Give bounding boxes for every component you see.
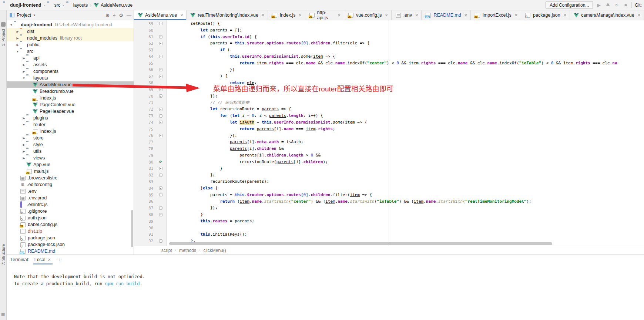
stripe-structure-button[interactable]: 7: Structure: [1, 244, 6, 265]
recursive-call-icon[interactable]: ⟳: [155, 160, 167, 164]
tree-item-asidemenu-vue[interactable]: AsideMenu.vue: [7, 81, 134, 88]
editor-breadcrumb-item[interactable]: methods: [179, 248, 196, 253]
breadcrumb-item[interactable]: src: [47, 3, 60, 8]
close-icon[interactable]: ✕: [299, 13, 302, 18]
tree-item-components[interactable]: ▶components: [7, 68, 134, 75]
fold-marker-icon[interactable]: [155, 121, 167, 124]
fold-marker-icon[interactable]: [155, 167, 167, 170]
terminal-tab-local[interactable]: Local ✕: [33, 255, 53, 265]
tree-item-src[interactable]: ▼src: [7, 48, 134, 55]
project-stripe-icon[interactable]: [1, 22, 6, 27]
tree-item-store[interactable]: ▶store: [7, 135, 134, 141]
tree-item-pagecontent-vue[interactable]: PageContent.vue: [7, 101, 134, 108]
editor-breadcrumb-item[interactable]: clickMenu(): [203, 248, 226, 253]
git-label[interactable]: Git:: [635, 3, 642, 8]
editor-tab-readme-md[interactable]: MDREADME.md✕: [422, 10, 471, 20]
tree-item-node-modules[interactable]: ▶node_moduleslibrary root: [7, 35, 134, 41]
fold-marker-icon[interactable]: [155, 134, 167, 137]
tree-item-utils[interactable]: ▶utils: [7, 148, 134, 155]
fold-marker-icon[interactable]: [155, 206, 167, 210]
fold-marker-icon[interactable]: [155, 42, 167, 45]
locate-icon[interactable]: ⊕: [105, 13, 110, 18]
tree-item-public[interactable]: ▶public: [7, 41, 134, 48]
fold-marker-icon[interactable]: [155, 174, 167, 177]
tree-item-dist-zip[interactable]: dist.zip: [7, 228, 134, 235]
project-scrollbar[interactable]: [131, 210, 133, 247]
debug-icon[interactable]: [605, 2, 611, 8]
editor-tab-realtimemonitoring-index-vue[interactable]: realTimeMonitoring\index.vue✕: [187, 10, 268, 20]
code-editor[interactable]: 59setRoute() {60let parents = [];61if (t…: [134, 20, 644, 246]
tree-item-layouts[interactable]: ▼layouts: [7, 75, 134, 81]
fold-marker-icon[interactable]: [155, 22, 167, 25]
horizontal-scrollbar[interactable]: [169, 242, 552, 245]
close-icon[interactable]: ✕: [415, 13, 418, 18]
editor-tab-importexcel-js[interactable]: JSimportExcel.js✕: [471, 10, 521, 20]
editor-tab-package-json[interactable]: {}package.json✕: [521, 10, 570, 20]
editor-tab-asidemenu-vue[interactable]: AsideMenu.vue✕: [134, 10, 187, 20]
fold-marker-icon[interactable]: [155, 108, 167, 111]
tree-item--browserslistrc[interactable]: .browserslistrc: [7, 175, 134, 181]
breadcrumb-item[interactable]: AsideMenu.vue: [94, 3, 133, 8]
close-icon[interactable]: ✕: [180, 13, 183, 18]
run-icon[interactable]: ▶: [596, 3, 602, 8]
close-icon[interactable]: ✕: [464, 13, 467, 18]
close-icon[interactable]: ✕: [514, 13, 518, 18]
breadcrumb-item[interactable]: duoji-frontend: [3, 3, 41, 8]
coverage-icon[interactable]: ↻: [614, 3, 620, 8]
tree-item-plugins[interactable]: ▶plugins: [7, 115, 134, 121]
close-icon[interactable]: ✕: [261, 13, 265, 18]
fold-marker-icon[interactable]: [155, 186, 167, 190]
new-terminal-session-button[interactable]: +: [56, 257, 64, 263]
editor-tab-cameramanage-index-vue[interactable]: cameraManage\index.vue✕: [570, 10, 644, 20]
fold-marker-icon[interactable]: [155, 94, 167, 98]
editor-tab-vue-config-js[interactable]: JSvue.config.js✕: [344, 10, 392, 20]
tree-item-index-js[interactable]: JSindex.js: [7, 95, 134, 101]
stop-icon[interactable]: ■: [623, 3, 628, 8]
tree-item--editorconfig[interactable]: ⚙.editorconfig: [7, 181, 134, 188]
tree-item-package-lock-json[interactable]: {}package-lock.json: [7, 241, 134, 248]
collapse-all-icon[interactable]: ÷: [113, 13, 115, 18]
fold-marker-icon[interactable]: [155, 55, 167, 58]
fold-marker-icon[interactable]: [155, 213, 167, 216]
tree-item-pageheader-vue[interactable]: PageHeader.vue: [7, 108, 134, 115]
tree-item-style[interactable]: ▶style: [7, 141, 134, 148]
editor-tab-index-js[interactable]: JSindex.js✕: [268, 10, 305, 20]
hide-icon[interactable]: —: [127, 13, 131, 18]
tree-item-breadcrumb-vue[interactable]: Breadcrumb.vue: [7, 88, 134, 95]
tree-item-app-vue[interactable]: App.vue: [7, 161, 134, 168]
tool-window-switcher-icon[interactable]: ▦: [1, 312, 6, 316]
tree-item-package-json[interactable]: {}package.json: [7, 235, 134, 241]
tree-item-assets[interactable]: ▶assets: [7, 61, 134, 68]
editor-tab--env[interactable]: .env✕: [392, 10, 422, 20]
tree-item-readme-md[interactable]: MDREADME.md: [7, 248, 134, 255]
fold-marker-icon[interactable]: [155, 239, 167, 243]
fold-marker-icon[interactable]: [155, 88, 167, 91]
tree-item-index-js[interactable]: JSindex.js: [7, 128, 134, 135]
close-icon[interactable]: ✕: [338, 13, 341, 18]
tree-item-main-js[interactable]: JSmain.js: [7, 168, 134, 175]
tree-item--gitignore[interactable]: ⊘.gitignore: [7, 208, 134, 215]
breadcrumb-item[interactable]: layouts: [66, 3, 88, 8]
close-icon[interactable]: ✕: [385, 13, 388, 18]
stripe-project-button[interactable]: 1: Project: [1, 29, 6, 46]
settings-icon[interactable]: ⚙: [119, 13, 123, 18]
editor-breadcrumb-item[interactable]: script: [161, 248, 172, 253]
close-icon[interactable]: ✕: [48, 257, 51, 262]
tree-item--env[interactable]: .env: [7, 188, 134, 195]
tree-item-dist[interactable]: ▶dist: [7, 28, 134, 35]
editor-tab-http-api-js[interactable]: JShttp-api.js✕: [305, 10, 344, 20]
tree-item-api[interactable]: ▶api: [7, 55, 134, 61]
close-icon[interactable]: ✕: [637, 13, 641, 18]
fold-marker-icon[interactable]: [155, 114, 167, 118]
tree-item-auth-json[interactable]: {}auth.json: [7, 215, 134, 221]
project-view-selector[interactable]: Project: [17, 13, 31, 18]
tree-item--env-prod[interactable]: .env.prod: [7, 195, 134, 201]
tree-item-duoji-frontend[interactable]: ▼duoji-frontendD:\zheheWeb\duoji-fronten…: [7, 21, 134, 28]
fold-marker-icon[interactable]: [155, 193, 167, 196]
tree-item-babel-config-js[interactable]: JSbabel.config.js: [7, 221, 134, 228]
fold-marker-icon[interactable]: [155, 75, 167, 78]
fold-marker-icon[interactable]: [155, 35, 167, 38]
tree-item-views[interactable]: ▶views: [7, 155, 134, 161]
tree-item-router[interactable]: ▼router: [7, 121, 134, 128]
tree-item--eslintrc-js[interactable]: .eslintrc.js: [7, 201, 134, 208]
